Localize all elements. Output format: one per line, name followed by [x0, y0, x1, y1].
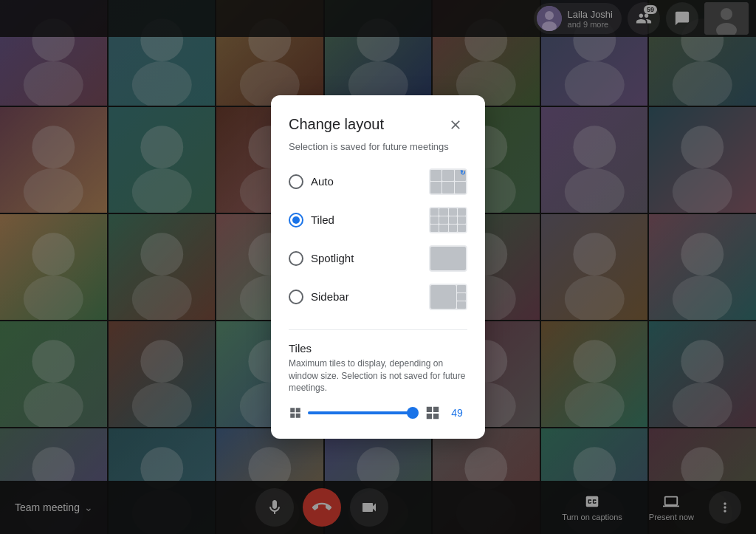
radio-spotlight — [289, 251, 303, 266]
tiles-description: Maximum tiles to display, depending on w… — [289, 357, 467, 394]
layout-option-tiled[interactable]: Tiled — [289, 202, 467, 238]
tiles-slider[interactable] — [308, 405, 419, 420]
layout-option-auto[interactable]: Auto ↻ — [289, 164, 467, 199]
tiles-small-icon — [289, 406, 302, 420]
tiles-section: Tiles Maximum tiles to display, dependin… — [289, 329, 467, 421]
modal-title: Change layout — [289, 116, 384, 133]
layout-thumb-tiled — [429, 207, 467, 233]
layout-thumb-sidebar — [429, 284, 467, 310]
tiles-large-icon — [425, 405, 441, 421]
radio-auto — [289, 174, 303, 189]
layout-options: Auto ↻ — [289, 164, 467, 315]
layout-option-sidebar[interactable]: Sidebar — [289, 279, 467, 315]
layout-label-tiled: Tiled — [311, 213, 334, 226]
modal-subtitle: Selection is saved for future meetings — [289, 141, 467, 152]
layout-option-spotlight[interactable]: Spotlight — [289, 241, 467, 276]
layout-label-sidebar: Sidebar — [311, 290, 349, 303]
layout-thumb-auto: ↻ — [429, 168, 467, 195]
tiles-value: 49 — [447, 407, 467, 419]
layout-thumb-spotlight — [429, 245, 467, 272]
layout-label-spotlight: Spotlight — [311, 252, 354, 264]
close-button[interactable] — [444, 113, 467, 137]
change-layout-modal: Change layout Selection is saved for fut… — [271, 95, 485, 439]
layout-label-auto: Auto — [311, 175, 334, 188]
radio-tiled — [289, 213, 303, 227]
tiles-title: Tiles — [289, 342, 467, 355]
radio-tiled-inner — [292, 216, 300, 224]
modal-overlay: Change layout Selection is saved for fut… — [0, 0, 756, 534]
radio-sidebar — [289, 290, 303, 304]
